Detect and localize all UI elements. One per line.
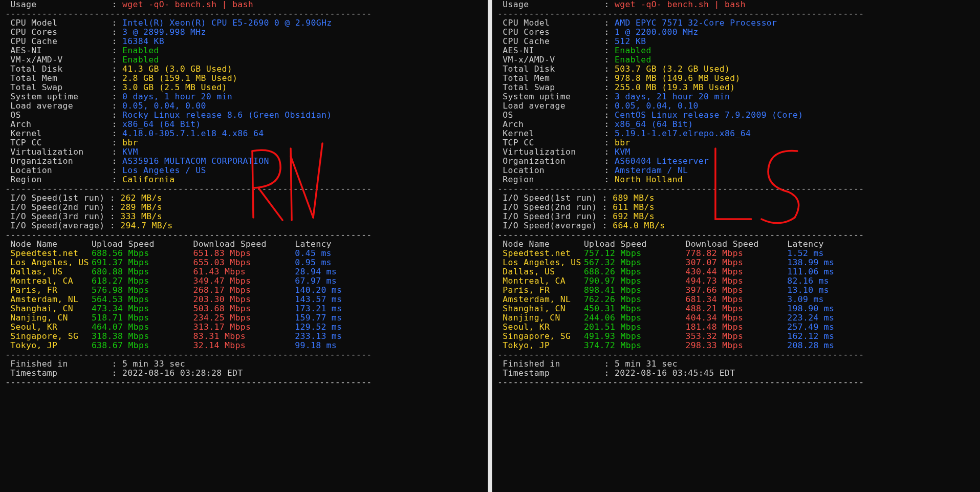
io-value: 289 MB/s bbox=[120, 203, 162, 212]
separator: : bbox=[604, 65, 615, 74]
io-value: 692 MB/s bbox=[613, 212, 655, 221]
spec-value: 1 @ 2200.000 MHz bbox=[615, 28, 699, 37]
spec-row: AES-NI: Enabled bbox=[497, 46, 975, 55]
io-label: I/O Speed(1st run) : bbox=[497, 194, 613, 203]
usage-label: Usage bbox=[5, 0, 112, 9]
divider: ----------------------------------------… bbox=[5, 230, 483, 240]
download-cell: 404.34 Mbps bbox=[686, 313, 788, 323]
io-label: I/O Speed(2nd run) : bbox=[497, 203, 613, 212]
col-node: Node Name bbox=[497, 240, 584, 249]
spec-row: Kernel: 5.19.1-1.el7.elrepo.x86_64 bbox=[497, 129, 975, 138]
spec-label: VM-x/AMD-V bbox=[497, 55, 604, 65]
io-row: I/O Speed(1st run) : 689 MB/s bbox=[497, 194, 975, 203]
terminal-right[interactable]: Usage: wget -qO- bench.sh | bash--------… bbox=[492, 0, 980, 492]
latency-cell: 28.94 ms bbox=[295, 267, 356, 276]
spec-value: Enabled bbox=[615, 46, 651, 55]
latency-cell: 208.28 ms bbox=[787, 341, 848, 350]
upload-cell: 318.38 Mbps bbox=[92, 332, 193, 341]
spec-value: 503.7 GB (3.2 GB Used) bbox=[615, 65, 730, 74]
separator: : bbox=[604, 83, 615, 92]
node-cell: Singapore, SG bbox=[497, 332, 584, 341]
spec-value: 978.8 MB (149.6 MB Used) bbox=[615, 74, 741, 83]
spec-label: TCP CC bbox=[5, 138, 112, 147]
speedtest-row: Singapore, SG318.38 Mbps83.31 Mbps233.13… bbox=[5, 332, 483, 341]
separator: : bbox=[112, 46, 122, 55]
node-cell: Amsterdam, NL bbox=[5, 295, 92, 304]
spec-row: Location: Amsterdam / NL bbox=[497, 166, 975, 175]
speedtest-row: Los Angeles, US691.37 Mbps655.03 Mbps0.9… bbox=[5, 258, 483, 267]
node-cell: Los Angeles, US bbox=[497, 258, 584, 267]
divider: ----------------------------------------… bbox=[497, 184, 975, 194]
io-value: 294.7 MB/s bbox=[120, 221, 172, 230]
separator: : bbox=[112, 147, 122, 157]
spec-label: Finished in bbox=[5, 359, 112, 369]
upload-cell: 576.98 Mbps bbox=[92, 286, 193, 295]
spec-value: 0 days, 1 hour 20 min bbox=[122, 92, 232, 101]
spec-value: 0.05, 0.04, 0.00 bbox=[122, 101, 206, 111]
split-gutter[interactable] bbox=[488, 0, 492, 492]
spec-value: 2022-08-16 03:45:45 EDT bbox=[615, 369, 735, 378]
io-row: I/O Speed(2nd run) : 289 MB/s bbox=[5, 203, 483, 212]
upload-cell: 618.27 Mbps bbox=[92, 276, 193, 286]
spec-row: VM-x/AMD-V: Enabled bbox=[497, 55, 975, 65]
separator: : bbox=[112, 175, 122, 184]
spec-value: 5.19.1-1.el7.elrepo.x86_64 bbox=[615, 129, 751, 138]
divider: ----------------------------------------… bbox=[5, 350, 483, 359]
latency-cell: 0.45 ms bbox=[295, 249, 356, 258]
spec-row: Total Mem: 978.8 MB (149.6 MB Used) bbox=[497, 74, 975, 83]
download-cell: 349.47 Mbps bbox=[193, 276, 295, 286]
latency-cell: 111.06 ms bbox=[787, 267, 848, 276]
spec-value: bbr bbox=[122, 138, 138, 147]
separator: : bbox=[112, 55, 122, 65]
spec-row: CPU Cores: 3 @ 2899.998 MHz bbox=[5, 28, 483, 37]
separator: : bbox=[112, 37, 122, 46]
col-latency: Latency bbox=[295, 240, 356, 249]
separator: : bbox=[112, 18, 122, 28]
spec-row: Arch: x86_64 (64 Bit) bbox=[5, 120, 483, 129]
io-label: I/O Speed(1st run) : bbox=[5, 194, 120, 203]
latency-cell: 138.99 ms bbox=[787, 258, 848, 267]
upload-cell: 518.71 Mbps bbox=[92, 313, 193, 323]
io-row: I/O Speed(average) : 294.7 MB/s bbox=[5, 221, 483, 230]
separator: : bbox=[112, 101, 122, 111]
spec-value: Enabled bbox=[615, 55, 651, 65]
spec-label: Organization bbox=[5, 157, 112, 166]
spec-value: California bbox=[122, 175, 175, 184]
separator: : bbox=[604, 157, 615, 166]
terminal-left[interactable]: Usage: wget -qO- bench.sh | bash--------… bbox=[0, 0, 488, 492]
spec-value: 4.18.0-305.7.1.el8_4.x86_64 bbox=[122, 129, 264, 138]
speedtest-row: Paris, FR576.98 Mbps268.17 Mbps140.20 ms bbox=[5, 286, 483, 295]
node-cell: Paris, FR bbox=[5, 286, 92, 295]
spec-row: Region: North Holland bbox=[497, 175, 975, 184]
spec-label: Region bbox=[497, 175, 604, 184]
spec-value: 2022-08-16 03:28:28 EDT bbox=[122, 369, 243, 378]
separator: : bbox=[604, 55, 615, 65]
spec-label: Kernel bbox=[497, 129, 604, 138]
node-cell: Speedtest.net bbox=[5, 249, 92, 258]
download-cell: 234.25 Mbps bbox=[193, 313, 295, 323]
latency-cell: 257.49 ms bbox=[787, 323, 848, 332]
separator: : bbox=[604, 147, 615, 157]
separator: : bbox=[112, 120, 122, 129]
spec-row: Timestamp: 2022-08-16 03:45:45 EDT bbox=[497, 369, 975, 378]
node-cell: Tokyo, JP bbox=[5, 341, 92, 350]
spec-label: OS bbox=[497, 111, 604, 120]
spec-value: bbr bbox=[615, 138, 630, 147]
node-cell: Paris, FR bbox=[497, 286, 584, 295]
upload-cell: 691.37 Mbps bbox=[92, 258, 193, 267]
col-download: Download Speed bbox=[686, 240, 788, 249]
separator: : bbox=[604, 369, 615, 378]
separator: : bbox=[112, 129, 122, 138]
spec-row: Total Swap: 255.0 MB (19.3 MB Used) bbox=[497, 83, 975, 92]
divider: ----------------------------------------… bbox=[497, 9, 975, 18]
divider: ----------------------------------------… bbox=[5, 9, 483, 18]
upload-cell: 491.93 Mbps bbox=[584, 332, 686, 341]
download-cell: 268.17 Mbps bbox=[193, 286, 295, 295]
spec-row: Total Disk: 503.7 GB (3.2 GB Used) bbox=[497, 65, 975, 74]
node-cell: Dallas, US bbox=[497, 267, 584, 276]
spec-value: AMD EPYC 7571 32-Core Processor bbox=[615, 18, 777, 28]
upload-cell: 201.51 Mbps bbox=[584, 323, 686, 332]
io-row: I/O Speed(average) : 664.0 MB/s bbox=[497, 221, 975, 230]
speedtest-row: Tokyo, JP638.67 Mbps32.14 Mbps99.18 ms bbox=[5, 341, 483, 350]
spec-row: Timestamp: 2022-08-16 03:28:28 EDT bbox=[5, 369, 483, 378]
